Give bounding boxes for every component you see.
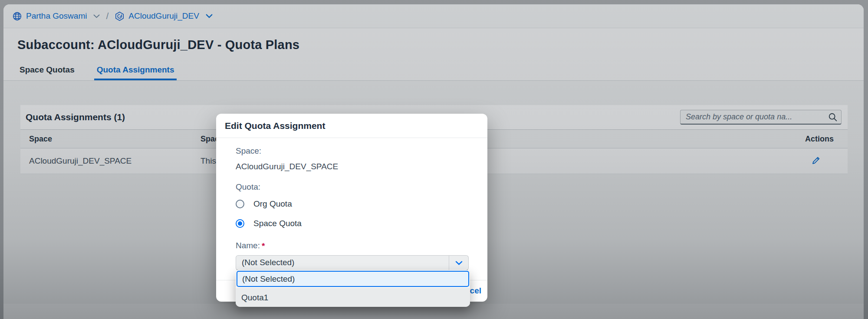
quota-label: Quota: (236, 183, 468, 191)
radio-selected-icon[interactable] (236, 219, 244, 228)
dialog-body: Space: ACloudGuruji_DEV_SPACE Quota: Org… (216, 138, 487, 270)
required-asterisk: * (262, 241, 265, 251)
space-value: ACloudGuruji_DEV_SPACE (236, 162, 468, 171)
quota-name-select[interactable]: (Not Selected) (236, 255, 469, 270)
radio-space-quota[interactable]: Space Quota (236, 218, 468, 229)
chevron-down-icon (455, 261, 463, 265)
dialog-title: Edit Quota Assignment (225, 121, 325, 131)
radio-org-quota-label[interactable]: Org Quota (253, 199, 292, 209)
dialog-header: Edit Quota Assignment (216, 114, 487, 138)
select-arrow-button[interactable] (449, 256, 468, 270)
radio-space-quota-label[interactable]: Space Quota (253, 219, 302, 228)
radio-unselected-icon[interactable] (236, 200, 244, 208)
dropdown-option-not-selected[interactable]: (Not Selected) (237, 271, 469, 287)
name-label-row: Name: * (236, 241, 468, 251)
name-label: Name: (236, 241, 260, 250)
select-current-value: (Not Selected) (236, 256, 444, 270)
radio-org-quota[interactable]: Org Quota (236, 199, 468, 209)
space-label: Space: (236, 147, 468, 155)
quota-name-dropdown-list: (Not Selected) Quota1 (236, 270, 470, 307)
dropdown-option-quota1[interactable]: Quota1 (236, 288, 470, 307)
